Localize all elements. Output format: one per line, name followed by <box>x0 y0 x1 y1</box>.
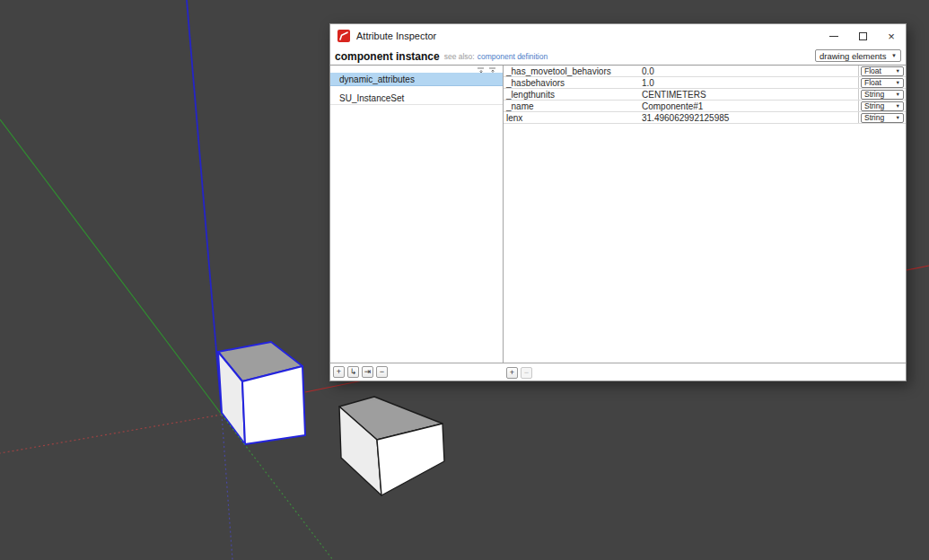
indent-dictionary-button[interactable]: ⇥ <box>362 366 373 378</box>
chevron-down-icon: ▼ <box>896 115 900 120</box>
attribute-table: _has_movetool_behaviors 0.0 Float ▼ _has… <box>504 66 906 363</box>
inspector-content: dynamic_attributes SU_InstanceSet _has_m… <box>330 66 906 363</box>
see-also-label: see also: <box>444 52 475 61</box>
close-icon: × <box>888 31 895 42</box>
attribute-type-value: String <box>864 90 884 99</box>
component-definition-link[interactable]: component definition <box>478 52 548 61</box>
chevron-down-icon: ▼ <box>891 53 897 58</box>
attribute-type-value: Float <box>864 78 881 87</box>
attribute-name-cell[interactable]: _hasbehaviors <box>504 78 640 88</box>
add-dictionary-button[interactable]: + <box>333 366 345 378</box>
remove-dictionary-button[interactable]: − <box>376 366 388 378</box>
attribute-name-cell[interactable]: _lengthunits <box>504 90 640 100</box>
dictionary-item-dynamic-attributes[interactable]: dynamic_attributes <box>330 73 503 86</box>
dictionary-item-label: dynamic_attributes <box>339 74 415 84</box>
attribute-type-dropdown[interactable]: String ▼ <box>861 101 904 111</box>
attribute-type-dropdown[interactable]: String ▼ <box>861 90 904 100</box>
attribute-type-dropdown[interactable]: Float ▼ <box>861 78 904 88</box>
cube-unselected[interactable] <box>339 397 444 495</box>
expand-all-icon[interactable] <box>488 66 496 74</box>
sketchup-icon <box>337 30 350 42</box>
attribute-row: _lengthunits CENTIMETERS String ▼ <box>504 89 906 101</box>
axis-blue-dotted-line <box>222 415 232 560</box>
add-nested-dictionary-button[interactable]: ↳ <box>347 366 359 378</box>
minimize-icon <box>829 36 838 37</box>
attribute-row: lenx 31.496062992125985 String ▼ <box>504 112 906 124</box>
attribute-name-cell[interactable]: lenx <box>504 113 640 123</box>
attribute-type-value: Float <box>864 66 881 75</box>
axis-blue-line <box>187 0 222 415</box>
remove-attribute-button[interactable]: − <box>521 367 532 379</box>
attribute-type-value: String <box>864 101 884 110</box>
attribute-name-cell[interactable]: _name <box>504 101 640 111</box>
attribute-name-cell[interactable]: _has_movetool_behaviors <box>504 66 640 76</box>
entity-type-title: component instance <box>335 50 440 63</box>
attribute-type-dropdown[interactable]: Float ▼ <box>861 66 904 76</box>
add-attribute-button[interactable]: + <box>506 367 518 379</box>
attribute-value-cell[interactable]: 31.496062992125985 <box>640 113 858 123</box>
chevron-down-icon: ▼ <box>896 80 900 85</box>
attribute-row: _hasbehaviors 1.0 Float ▼ <box>504 77 906 89</box>
chevron-down-icon: ▼ <box>896 103 900 109</box>
cube-selected[interactable] <box>218 342 305 444</box>
collapse-all-icon[interactable] <box>477 66 485 74</box>
maximize-icon <box>859 32 867 40</box>
maximize-button[interactable] <box>848 24 877 48</box>
dictionary-list-panel: dynamic_attributes SU_InstanceSet <box>330 66 504 363</box>
attribute-value-cell[interactable]: 1.0 <box>640 78 858 88</box>
axis-green-line <box>0 119 222 415</box>
attribute-toolbar-group: + − <box>506 363 535 381</box>
entity-filter-value: drawing elements <box>819 51 886 61</box>
close-button[interactable]: × <box>877 24 906 48</box>
minimize-button[interactable] <box>819 24 848 48</box>
attribute-row: _has_movetool_behaviors 0.0 Float ▼ <box>504 66 906 77</box>
dictionary-item-su-instanceset[interactable]: SU_InstanceSet <box>330 92 503 105</box>
inspector-header: component instance see also: component d… <box>330 48 906 66</box>
attribute-value-cell[interactable]: Componente#1 <box>640 101 858 111</box>
window-title: Attribute Inspector <box>356 31 436 41</box>
attribute-value-cell[interactable]: 0.0 <box>640 66 858 76</box>
entity-filter-dropdown[interactable]: drawing elements ▼ <box>815 49 901 62</box>
attribute-type-value: String <box>864 113 884 122</box>
inspector-toolbar: + ↳ ⇥ − + − <box>330 363 906 381</box>
dictionary-item-label: SU_InstanceSet <box>339 93 404 103</box>
chevron-down-icon: ▼ <box>896 92 900 97</box>
window-controls: × <box>819 24 906 48</box>
chevron-down-icon: ▼ <box>896 68 900 74</box>
attribute-value-cell[interactable]: CENTIMETERS <box>640 90 858 100</box>
axis-red-dotted-line <box>0 415 222 453</box>
sketchup-viewport[interactable]: Attribute Inspector × component instance… <box>0 0 929 560</box>
window-titlebar[interactable]: Attribute Inspector × <box>330 24 906 48</box>
attribute-inspector-window: Attribute Inspector × component instance… <box>329 23 907 381</box>
attribute-row: _name Componente#1 String ▼ <box>504 101 906 112</box>
attribute-type-dropdown[interactable]: String ▼ <box>861 113 904 123</box>
dictionary-panel-tools <box>477 66 496 74</box>
